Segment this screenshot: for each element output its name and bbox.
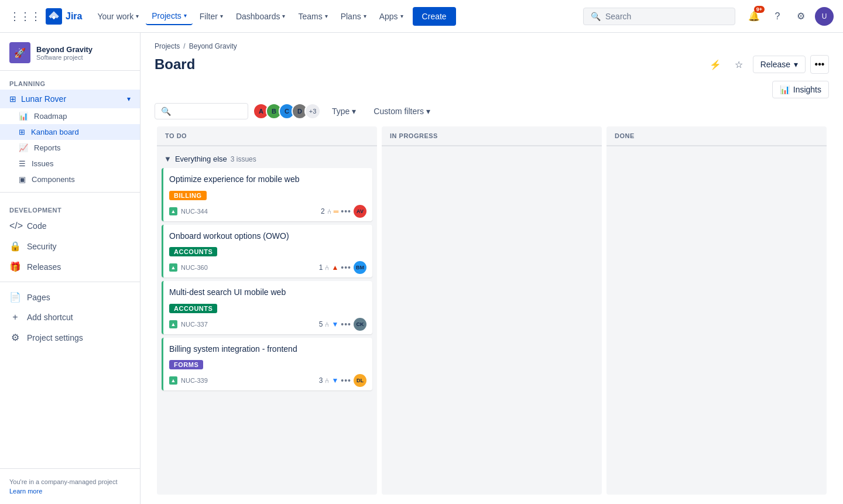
card-count: 5	[319, 320, 323, 328]
board-card-1[interactable]: Optimize experience for mobile web BILLI…	[162, 168, 372, 221]
chevron-down-icon: ▾	[325, 13, 328, 19]
project-info: Beyond Gravity Software project	[36, 45, 92, 61]
notifications-button[interactable]: 🔔 9+	[745, 7, 763, 26]
inprogress-column: IN PROGRESS	[382, 126, 602, 495]
board-header-actions: ⚡ ☆ Release ▾ •••	[706, 55, 829, 74]
more-options-icon[interactable]: •••	[341, 207, 351, 216]
chevron-down-icon: ▾	[127, 95, 131, 103]
search-bar[interactable]: 🔍 Search	[583, 8, 735, 25]
teams-nav[interactable]: Teams ▾	[292, 8, 333, 25]
todo-column: TO DO ▼ Everything else 3 issues Optimiz…	[157, 126, 377, 495]
more-options-icon[interactable]: •••	[341, 320, 351, 329]
settings-button[interactable]: ⚙	[791, 7, 810, 26]
card-title: Optimize experience for mobile web	[169, 174, 366, 186]
kanban-icon: ⊞	[19, 128, 25, 136]
type-filter-button[interactable]: Type ▾	[325, 103, 362, 119]
avatar-count[interactable]: +3	[304, 103, 321, 119]
card-footer: ▲ NUC-360 1 ⑃ ▲ ••• BM	[169, 261, 366, 274]
sidebar-item-releases[interactable]: 🎁 Releases	[0, 256, 140, 277]
insights-chart-icon: 📊	[780, 85, 790, 94]
add-shortcut-icon: +	[9, 312, 21, 323]
todo-column-header: TO DO	[157, 126, 377, 146]
security-label: Security	[27, 242, 57, 251]
group-chevron-icon[interactable]: ▼	[164, 155, 172, 163]
main-content: Projects / Beyond Gravity Board ⚡ ☆ Rele…	[140, 33, 843, 504]
insights-button[interactable]: 📊 Insights	[772, 81, 829, 98]
components-label: Components	[32, 175, 75, 184]
jira-logo[interactable]: Jira	[46, 8, 82, 25]
card-count: 3	[319, 376, 323, 385]
card-count: 2	[321, 207, 325, 215]
sidebar-item-pages[interactable]: 📄 Pages	[0, 287, 140, 307]
star-button[interactable]: ☆	[729, 55, 748, 74]
code-icon: </>	[9, 221, 21, 231]
board-card-3[interactable]: Multi-dest search UI mobile web ACCOUNTS…	[162, 281, 372, 334]
board-card-4[interactable]: Billing system integration - frontend FO…	[162, 338, 372, 391]
your-work-nav[interactable]: Your work ▾	[91, 8, 145, 25]
nav-actions: 🔔 9+ ? ⚙ U	[745, 7, 834, 26]
apps-nav[interactable]: Apps ▾	[373, 8, 409, 25]
board-card-2[interactable]: Onboard workout options (OWO) ACCOUNTS ▲…	[162, 225, 372, 278]
chevron-down-icon: ▾	[794, 60, 798, 69]
card-meta: 2 ⑃ ═ ••• AV	[321, 205, 366, 218]
create-button[interactable]: Create	[413, 7, 456, 26]
card-id: NUC-360	[181, 264, 208, 271]
card-count: 1	[319, 263, 323, 272]
breadcrumb-project[interactable]: Beyond Gravity	[189, 42, 237, 50]
sidebar-item-components[interactable]: ▣ Components	[0, 172, 140, 187]
breadcrumb-projects[interactable]: Projects	[155, 42, 180, 50]
card-id: NUC-339	[181, 377, 208, 384]
sidebar-item-code[interactable]: </> Code	[0, 216, 140, 236]
apps-grid-icon[interactable]: ⋮⋮⋮	[9, 10, 41, 23]
sidebar-item-lunar-rover[interactable]: ⊞ Lunar Rover ▾	[0, 90, 140, 108]
chevron-down-icon: ▾	[136, 13, 139, 19]
add-shortcut-label: Add shortcut	[27, 313, 73, 322]
footer-text: You're in a company-managed project	[9, 478, 131, 485]
sidebar-item-security[interactable]: 🔒 Security	[0, 236, 140, 256]
gear-icon: ⚙	[797, 11, 805, 22]
more-options-button[interactable]: •••	[810, 55, 829, 74]
branch-icon: ⑃	[327, 207, 331, 215]
help-button[interactable]: ?	[768, 7, 787, 26]
dashboards-nav[interactable]: Dashboards ▾	[230, 8, 292, 25]
custom-filters-button[interactable]: Custom filters ▾	[367, 103, 437, 119]
releases-icon: 🎁	[9, 261, 21, 272]
lightning-button[interactable]: ⚡	[706, 55, 725, 74]
priority-icon: ▼	[331, 320, 338, 328]
board-columns: TO DO ▼ Everything else 3 issues Optimiz…	[140, 126, 843, 504]
sidebar-item-kanban[interactable]: ⊞ Kanban board	[0, 124, 140, 140]
reports-icon: 📈	[19, 143, 28, 152]
search-placeholder: Search	[605, 12, 631, 21]
more-options-icon[interactable]: •••	[341, 263, 351, 272]
sidebar-item-project-settings[interactable]: ⚙ Project settings	[0, 327, 140, 348]
card-avatar: BM	[354, 261, 366, 274]
board-header: Board ⚡ ☆ Release ▾ •••	[140, 50, 843, 81]
project-name[interactable]: Beyond Gravity	[36, 45, 92, 54]
chevron-down-icon: ▾	[426, 107, 430, 116]
board-search-input[interactable]	[174, 107, 242, 116]
done-column-body	[606, 146, 827, 495]
issue-icon: ▲	[169, 207, 177, 215]
learn-more-link[interactable]: Learn more	[9, 488, 131, 495]
chevron-down-icon: ▾	[282, 13, 285, 19]
card-avatar: AV	[354, 205, 366, 218]
sidebar-item-add-shortcut[interactable]: + Add shortcut	[0, 307, 140, 327]
sidebar-item-issues[interactable]: ☰ Issues	[0, 156, 140, 172]
card-footer: ▲ NUC-337 5 ⑃ ▼ ••• CK	[169, 318, 366, 331]
chevron-down-icon: ▾	[400, 13, 403, 19]
filter-nav[interactable]: Filter ▾	[194, 8, 229, 25]
projects-nav[interactable]: Projects ▾	[146, 8, 193, 25]
board-search[interactable]: 🔍	[155, 103, 248, 119]
releases-label: Releases	[27, 262, 61, 272]
release-button[interactable]: Release ▾	[753, 56, 806, 73]
user-avatar[interactable]: U	[815, 7, 834, 26]
done-column-header: DONE	[606, 126, 827, 146]
more-options-icon[interactable]: •••	[341, 376, 351, 385]
sidebar-item-roadmap[interactable]: 📊 Roadmap	[0, 108, 140, 124]
card-meta: 3 ⑃ ▼ ••• DL	[319, 374, 366, 387]
issue-icon: ▲	[169, 320, 177, 328]
issue-icon: ▲	[169, 263, 177, 272]
plans-nav[interactable]: Plans ▾	[335, 8, 372, 25]
sidebar-item-reports[interactable]: 📈 Reports	[0, 140, 140, 156]
notification-badge: 9+	[754, 6, 765, 13]
